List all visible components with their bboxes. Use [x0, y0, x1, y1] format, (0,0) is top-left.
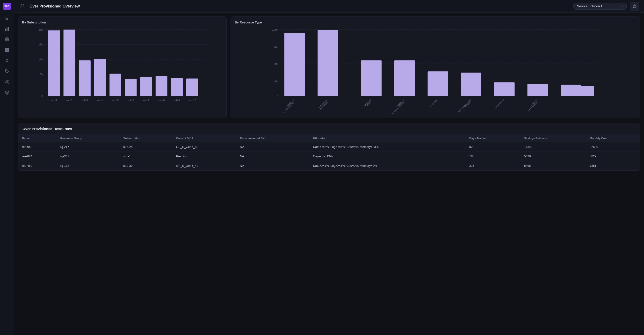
col-days-tracked: Days Tracked [466, 134, 520, 142]
table-header-row: Name Resource Group Subscription Current… [18, 134, 640, 142]
table-row: res-824rg-341sub-1PremiumNACapacity=19%1… [18, 152, 640, 161]
subscription-chart-svg: 20k 15k 10k 5k 0 [22, 27, 222, 114]
subscription-chart: 20k 15k 10k 5k 0 [22, 27, 222, 114]
table-cell: 5620 [520, 152, 586, 161]
svg-text:0: 0 [277, 94, 278, 98]
table-cell: NA [236, 152, 309, 161]
grid-icon[interactable]: ⊞ [2, 14, 12, 23]
col-recommended-sku: Recommended SKU [236, 134, 309, 142]
svg-text:25k: 25k [274, 79, 278, 82]
resource-type-chart: 100k 75k 50k 25k 0 [235, 27, 636, 114]
table-cell: Capacity=19% [309, 152, 466, 161]
svg-text:sub-1: sub-1 [51, 99, 57, 102]
svg-rect-1 [6, 28, 8, 31]
col-savings-estimate: Savings Estimate [520, 134, 586, 142]
svg-rect-9 [7, 50, 9, 52]
widget-icon[interactable] [2, 46, 12, 54]
svg-rect-7 [7, 48, 9, 50]
svg-rect-6 [5, 48, 7, 50]
page-icon [19, 3, 26, 10]
col-current-sku: Current SKU [172, 134, 236, 142]
svg-rect-36 [140, 76, 152, 96]
svg-text:100k: 100k [272, 28, 278, 31]
svg-text:sub-6: sub-6 [128, 99, 134, 102]
svg-text:50k: 50k [274, 62, 278, 65]
svg-rect-68 [561, 84, 581, 96]
svg-rect-61 [318, 30, 338, 96]
table-cell: 163 [466, 152, 520, 161]
svg-rect-39 [186, 78, 198, 96]
svg-rect-62 [361, 60, 382, 96]
svg-point-12 [6, 80, 7, 82]
globe-icon[interactable] [2, 35, 12, 44]
table-cell: rg-217 [56, 142, 120, 152]
table-cell: 8029 [586, 152, 640, 161]
table-cell: res-960 [18, 142, 56, 152]
svg-text:cache/redis: cache/redis [428, 98, 438, 108]
resource-type-chart-title: By Resource Type [235, 20, 636, 24]
table-cell: sub-1 [120, 152, 172, 161]
svg-text:sub-8: sub-8 [158, 99, 165, 102]
table-cell: sub-25 [120, 142, 172, 152]
svg-rect-69 [579, 86, 594, 96]
col-subscription: Subscription [120, 134, 172, 142]
svg-rect-64 [428, 71, 448, 96]
table-cell: res-460 [18, 161, 56, 171]
settings-button[interactable] [630, 2, 639, 11]
svg-rect-63 [394, 60, 415, 96]
svg-text:sub-10: sub-10 [188, 99, 196, 102]
svg-text:machinesscalesets: machinesscalesets [389, 101, 405, 114]
table-cell: Premium [172, 152, 236, 161]
table-cell: 216 [466, 161, 520, 171]
svg-text:20k: 20k [38, 28, 43, 31]
table-row: res-460rg-172sub-39GP_S_Gen5_40NADataIO=… [18, 161, 640, 171]
svg-rect-16 [21, 7, 22, 8]
main-area: Over Provisioned Overview Service Soluti… [14, 0, 644, 335]
svg-text:sub-7: sub-7 [143, 99, 149, 102]
svg-text:sub-3: sub-3 [82, 99, 88, 102]
svg-point-13 [7, 80, 8, 82]
people-icon[interactable] [2, 77, 12, 86]
app-logo: S8B [3, 3, 11, 10]
layers-icon[interactable] [2, 88, 12, 97]
table-cell: rg-172 [56, 161, 120, 171]
page-title: Over Provisioned Overview [30, 4, 570, 8]
svg-text:15k: 15k [38, 43, 43, 46]
svg-text:virtualmachines: virtualmachines [282, 101, 295, 114]
tag-icon[interactable] [2, 67, 12, 76]
resources-table-section: Over Provisioned Resources Name Resource… [18, 123, 640, 171]
svg-rect-66 [494, 82, 515, 96]
dropdown-label: Service Solution 1 [577, 4, 602, 8]
svg-rect-2 [8, 27, 9, 31]
svg-rect-33 [94, 59, 106, 96]
table-cell: 11340 [520, 142, 586, 152]
svg-rect-38 [171, 78, 183, 96]
svg-rect-14 [21, 4, 22, 6]
svg-text:5k: 5k [40, 72, 43, 76]
svg-text:75k: 75k [274, 45, 278, 48]
col-utilization: Utilization [309, 134, 466, 142]
svg-rect-8 [5, 50, 7, 52]
svg-rect-67 [528, 84, 548, 96]
rocket-icon[interactable] [2, 56, 12, 65]
chart-icon[interactable] [2, 24, 12, 33]
svg-text:sub-2: sub-2 [66, 99, 73, 102]
chevron-down-icon: ▾ [622, 4, 623, 8]
subscription-chart-title: By Subscription [22, 20, 222, 24]
table-cell: DataIO=1%, LogIO=3%, Cpu=2%, Memory=9% [309, 161, 466, 171]
table-cell: 22680 [586, 142, 640, 152]
resource-type-chart-svg: 100k 75k 50k 25k 0 [235, 27, 636, 114]
table-cell: rg-341 [56, 152, 120, 161]
table-cell: 5496 [520, 161, 586, 171]
svg-point-11 [6, 70, 6, 70]
svg-text:api/management/: api/management/ [457, 98, 472, 113]
col-resource-group: Resource Group [56, 134, 120, 142]
svg-rect-35 [125, 79, 137, 96]
svg-rect-30 [48, 30, 60, 96]
svg-point-18 [634, 6, 635, 7]
table-body: res-960rg-217sub-25GP_S_Gen5_80NADataIO=… [18, 142, 640, 171]
table-cell: sub-39 [120, 161, 172, 171]
service-solution-dropdown[interactable]: Service Solution 1 ▾ [574, 3, 626, 10]
table-cell: res-824 [18, 152, 56, 161]
table-cell: 82 [466, 142, 520, 152]
